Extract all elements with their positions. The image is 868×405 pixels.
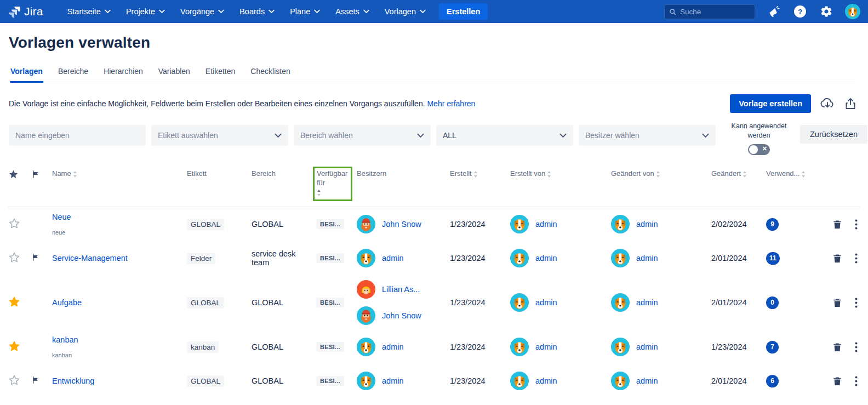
type-filter-select[interactable]: ALL (436, 125, 573, 146)
template-name-link[interactable]: kanban (52, 335, 185, 344)
scope-filter-select[interactable]: Bereich wählen (294, 125, 431, 146)
created-by-link[interactable]: admin (535, 298, 557, 307)
template-name-link[interactable]: Aufgabe (52, 298, 185, 307)
created-by-avatar[interactable] (510, 338, 529, 356)
search-box[interactable] (664, 4, 755, 19)
available-for-tag[interactable]: BESI... (316, 219, 344, 229)
nav-item-vorgänge[interactable]: Vorgänge (174, 3, 231, 20)
row-flag-button[interactable] (31, 375, 39, 385)
user-avatar[interactable] (845, 4, 860, 19)
column-header-created-by[interactable]: Erstellt von (510, 169, 611, 180)
owner-avatar[interactable] (357, 372, 375, 390)
nav-item-pläne[interactable]: Pläne (283, 3, 327, 20)
nav-item-vorlagen[interactable]: Vorlagen (378, 3, 432, 20)
import-cloud-download-icon[interactable] (820, 96, 835, 111)
owner-avatar[interactable] (357, 215, 375, 233)
tab-bereiche[interactable]: Bereiche (58, 64, 89, 83)
modified-by-avatar[interactable] (611, 338, 630, 356)
tab-checklisten[interactable]: Checklisten (250, 64, 290, 83)
help-icon[interactable]: ? (792, 4, 808, 19)
tab-vorlagen[interactable]: Vorlagen (10, 64, 43, 83)
label-filter-select[interactable]: Etikett auswählen (151, 125, 288, 146)
modified-by-avatar[interactable] (611, 293, 630, 312)
flag-column-header[interactable] (31, 169, 52, 179)
modified-by-avatar[interactable] (611, 372, 630, 390)
created-by-avatar[interactable] (510, 293, 529, 312)
column-header-label[interactable]: Etikett (187, 169, 252, 179)
owner-link[interactable]: admin (382, 254, 404, 263)
nav-item-assets[interactable]: Assets (329, 3, 376, 20)
template-name-link[interactable]: Service-Management (52, 254, 185, 263)
column-header-modified[interactable]: Geändert (711, 169, 766, 180)
owner-link[interactable]: admin (382, 377, 404, 385)
modified-by-avatar[interactable] (611, 249, 630, 267)
usage-count-badge[interactable]: 9 (766, 218, 779, 231)
usage-count-badge[interactable]: 7 (766, 341, 779, 353)
created-by-avatar[interactable] (510, 249, 529, 267)
column-header-created[interactable]: Erstellt (450, 169, 510, 180)
column-header-name[interactable]: Name (52, 169, 187, 180)
search-input[interactable] (680, 8, 750, 16)
create-template-button[interactable]: Vorlage erstellen (730, 94, 811, 113)
created-by-link[interactable]: admin (535, 254, 557, 263)
available-for-tag[interactable]: BESI... (316, 298, 344, 307)
tab-etiketten[interactable]: Etiketten (205, 64, 236, 83)
modified-by-avatar[interactable] (611, 215, 630, 233)
settings-gear-icon[interactable] (819, 4, 834, 19)
row-star-button[interactable] (8, 218, 20, 230)
delete-button[interactable] (832, 219, 843, 230)
nav-item-projekte[interactable]: Projekte (119, 3, 172, 20)
modified-by-link[interactable]: admin (636, 254, 658, 263)
column-header-usage[interactable]: Verwend... (766, 169, 813, 180)
owner-avatar[interactable] (357, 249, 375, 267)
usage-count-badge[interactable]: 0 (766, 296, 779, 309)
row-star-button[interactable] (8, 296, 20, 308)
available-for-tag[interactable]: BESI... (316, 253, 344, 263)
tab-hierarchien[interactable]: Hierarchien (103, 64, 144, 83)
jira-logo[interactable]: Jira (8, 5, 43, 18)
modified-by-link[interactable]: admin (636, 220, 658, 229)
star-column-header[interactable] (8, 169, 31, 180)
created-by-link[interactable]: admin (535, 220, 557, 229)
owner-link[interactable]: John Snow (382, 311, 421, 320)
usage-count-badge[interactable]: 6 (766, 375, 779, 387)
owner-avatar[interactable] (357, 280, 375, 299)
delete-button[interactable] (832, 375, 843, 387)
row-star-button[interactable] (8, 340, 20, 352)
owner-avatar[interactable] (357, 338, 375, 356)
row-menu-button[interactable] (855, 219, 858, 230)
available-for-tag[interactable]: BESI... (316, 342, 344, 352)
export-share-icon[interactable] (844, 96, 857, 111)
template-name-link[interactable]: Neue (52, 213, 185, 221)
column-header-scope[interactable]: Bereich (252, 169, 316, 179)
delete-button[interactable] (832, 341, 843, 353)
modified-by-link[interactable]: admin (636, 377, 658, 385)
row-menu-button[interactable] (855, 341, 858, 353)
create-button[interactable]: Erstellen (439, 3, 488, 20)
owner-link[interactable]: admin (382, 343, 404, 351)
tab-variablen[interactable]: Variablen (158, 64, 191, 83)
delete-button[interactable] (832, 297, 843, 309)
available-for-tag[interactable]: BESI... (316, 376, 344, 386)
announcements-megaphone-icon[interactable] (766, 4, 781, 19)
owner-link[interactable]: John Snow (382, 220, 421, 229)
name-filter-field[interactable] (15, 131, 139, 140)
created-by-avatar[interactable] (510, 372, 529, 390)
row-star-button[interactable] (8, 252, 20, 264)
nav-item-boards[interactable]: Boards (233, 3, 281, 20)
created-by-link[interactable]: admin (535, 377, 557, 385)
owner-filter-select[interactable]: Besitzer wählen (579, 125, 716, 146)
learn-more-link[interactable]: Mehr erfahren (427, 99, 475, 108)
row-flag-button[interactable] (31, 253, 39, 262)
row-menu-button[interactable] (855, 297, 858, 309)
row-menu-button[interactable] (855, 375, 858, 387)
modified-by-link[interactable]: admin (636, 298, 658, 307)
usage-count-badge[interactable]: 11 (766, 252, 780, 265)
column-header-modified-by[interactable]: Geändert von (611, 169, 711, 180)
reset-button[interactable]: Zurücksetzen (800, 125, 867, 144)
owner-link[interactable]: Lillian As... (382, 285, 420, 294)
template-name-link[interactable]: Entwicklung (52, 377, 185, 385)
name-filter-input[interactable] (9, 125, 146, 146)
nav-item-startseite[interactable]: Startseite (61, 3, 117, 20)
column-header-owners[interactable]: Besitzern (357, 169, 450, 179)
